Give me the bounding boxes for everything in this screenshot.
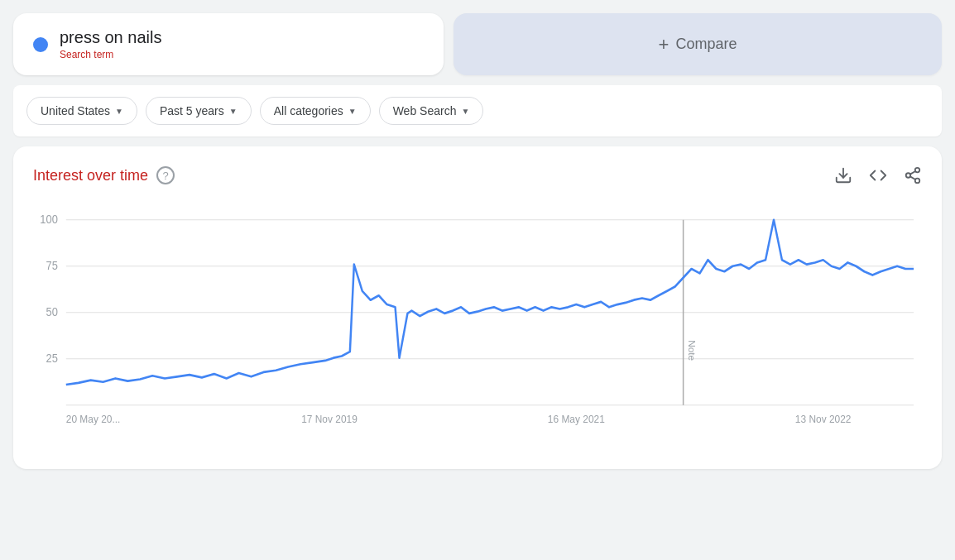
- svg-text:Note: Note: [687, 340, 697, 361]
- chart-container: 100 75 50 25 Note 20 May 20... 17 Nov 20…: [33, 211, 922, 443]
- top-section: press on nails Search term + Compare: [0, 0, 955, 75]
- search-term-dot: [33, 37, 48, 52]
- region-filter[interactable]: United States ▼: [26, 97, 137, 125]
- svg-text:13 Nov 2022: 13 Nov 2022: [795, 414, 852, 426]
- search-type-filter[interactable]: Web Search ▼: [379, 97, 484, 125]
- compare-label: Compare: [675, 36, 737, 53]
- chevron-down-icon: ▼: [229, 107, 238, 116]
- filters-section: United States ▼ Past 5 years ▼ All categ…: [13, 85, 942, 136]
- category-filter-label: All categories: [274, 104, 343, 117]
- compare-plus-icon: +: [659, 34, 669, 55]
- chart-title: Interest over time: [33, 167, 148, 184]
- embed-button[interactable]: [869, 166, 887, 184]
- chart-section: Interest over time ?: [13, 146, 942, 469]
- chart-header: Interest over time ?: [33, 166, 922, 184]
- category-filter[interactable]: All categories ▼: [260, 97, 371, 125]
- svg-line-4: [910, 176, 915, 179]
- time-filter-label: Past 5 years: [160, 104, 224, 117]
- compare-card[interactable]: + Compare: [454, 13, 942, 75]
- trend-chart: 100 75 50 25 Note 20 May 20... 17 Nov 20…: [33, 211, 922, 443]
- chart-actions: [834, 166, 922, 184]
- search-term-card: press on nails Search term: [13, 13, 444, 75]
- time-filter[interactable]: Past 5 years ▼: [146, 97, 252, 125]
- region-filter-label: United States: [41, 104, 110, 117]
- search-type-filter-label: Web Search: [393, 104, 457, 117]
- chevron-down-icon: ▼: [115, 107, 123, 116]
- chart-title-group: Interest over time ?: [33, 166, 175, 184]
- chevron-down-icon: ▼: [461, 107, 469, 116]
- chevron-down-icon: ▼: [348, 107, 357, 116]
- svg-text:75: 75: [46, 260, 57, 273]
- download-button[interactable]: [834, 166, 852, 184]
- svg-text:17 Nov 2019: 17 Nov 2019: [301, 414, 358, 426]
- svg-text:20 May 20...: 20 May 20...: [66, 414, 121, 426]
- svg-text:100: 100: [40, 213, 58, 227]
- svg-text:16 May 2021: 16 May 2021: [548, 414, 605, 426]
- search-term-name: press on nails: [60, 28, 161, 47]
- search-term-text: press on nails Search term: [60, 28, 161, 60]
- svg-text:25: 25: [46, 352, 57, 366]
- help-icon[interactable]: ?: [156, 166, 175, 184]
- svg-text:50: 50: [46, 306, 57, 319]
- svg-line-5: [910, 171, 915, 175]
- share-button[interactable]: [904, 166, 922, 184]
- search-term-label: Search term: [60, 49, 161, 60]
